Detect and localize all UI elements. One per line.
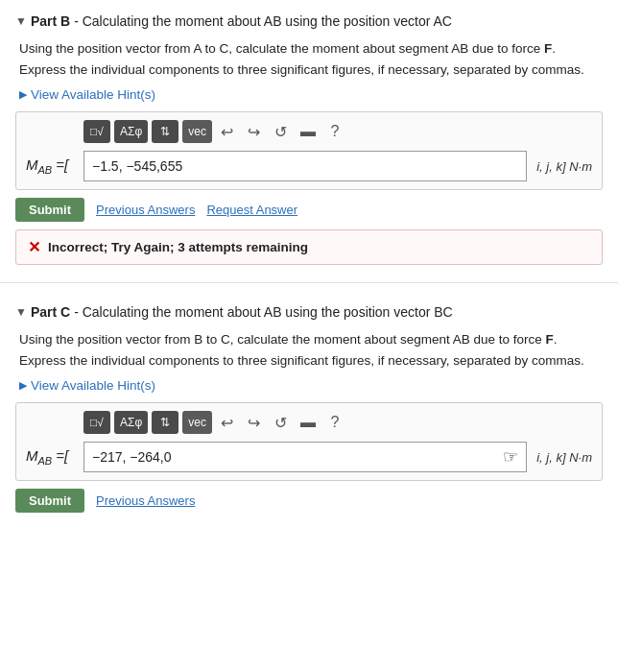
help-button-c[interactable]: ? — [323, 411, 346, 434]
undo-icon-c: ↩ — [221, 414, 233, 432]
part-b-hint-link[interactable]: ▶ View Available Hint(s) — [15, 87, 603, 102]
aze-label-b: AΣφ — [120, 125, 142, 138]
part-b-toggle[interactable]: ▼ — [15, 14, 27, 28]
part-c-line2: Express the individual components to thr… — [19, 353, 584, 368]
help-icon-b: ? — [330, 123, 339, 140]
sqrt-icon-b: □√ — [90, 125, 104, 138]
part-c-body: Using the position vector from B to C, c… — [15, 329, 603, 371]
page: ▼ Part B - Calculating the moment about … — [0, 0, 618, 672]
part-c-section: ▼ Part C - Calculating the moment about … — [0, 291, 618, 522]
redo-button-c[interactable]: ↪ — [243, 411, 266, 434]
redo-icon-b: ↪ — [248, 123, 260, 141]
part-b-error-msg: Incorrect; Try Again; 3 attempts remaini… — [48, 240, 308, 254]
part-c-description: - Calculating the moment about AB using … — [74, 304, 453, 320]
part-b-label: Part B — [31, 13, 70, 29]
part-c-force-label: F — [546, 332, 554, 347]
part-c-input-box: □√ AΣφ ⇅ vec ↩ ↪ ↺ — [15, 402, 603, 481]
part-b-line2: Express the individual components to thr… — [19, 62, 584, 77]
part-c-toolbar: □√ AΣφ ⇅ vec ↩ ↪ ↺ — [26, 411, 592, 434]
part-b-header: ▼ Part B - Calculating the moment about … — [15, 13, 603, 29]
part-b-math-value: −1.5, −545,655 — [92, 158, 518, 174]
refresh-icon-c: ↺ — [274, 414, 287, 432]
part-c-math-label: MAB =[ — [26, 447, 83, 467]
part-c-hint-label: View Available Hint(s) — [31, 378, 155, 393]
hand-pointer-icon: ☞ — [503, 446, 518, 468]
part-b-toolbar: □√ AΣφ ⇅ vec ↩ ↪ ↺ — [26, 120, 592, 143]
part-b-hint-label: View Available Hint(s) — [31, 87, 155, 102]
part-b-math-sub: AB — [38, 164, 53, 176]
part-b-actions: Submit Previous Answers Request Answer — [15, 198, 603, 222]
updown-button-c[interactable]: ⇅ — [152, 411, 178, 434]
section-divider — [0, 282, 618, 283]
updown-icon-c: ⇅ — [160, 416, 170, 429]
part-c-submit-button[interactable]: Submit — [15, 489, 84, 513]
undo-button-c[interactable]: ↩ — [216, 411, 239, 434]
part-c-units: i, j, k] N·m — [536, 450, 592, 465]
part-b-math-label: MAB =[ — [26, 156, 83, 176]
part-c-line1: Using the position vector from B to C, c… — [19, 332, 546, 347]
part-c-header: ▼ Part C - Calculating the moment about … — [15, 304, 603, 320]
redo-icon-c: ↪ — [248, 414, 260, 432]
part-c-math-row: MAB =[ −217, −264,0 ☞ i, j, k] N·m — [26, 442, 592, 472]
updown-icon-b: ⇅ — [160, 125, 170, 138]
refresh-button-b[interactable]: ↺ — [270, 120, 293, 143]
part-b-submit-button[interactable]: Submit — [15, 198, 84, 222]
sqrt-button-b[interactable]: □√ — [83, 120, 110, 143]
refresh-icon-b: ↺ — [274, 123, 287, 141]
vec-label-c: vec — [188, 416, 206, 429]
undo-button-b[interactable]: ↩ — [216, 120, 239, 143]
keyboard-icon-c: ▬ — [300, 414, 316, 431]
part-c-toggle[interactable]: ▼ — [15, 305, 27, 319]
aze-button-c[interactable]: AΣφ — [114, 411, 148, 434]
error-x-icon: ✕ — [28, 238, 40, 256]
refresh-button-c[interactable]: ↺ — [270, 411, 293, 434]
redo-button-b[interactable]: ↪ — [243, 120, 266, 143]
keyboard-button-b[interactable]: ▬ — [297, 120, 320, 143]
vec-button-c[interactable]: vec — [182, 411, 212, 434]
vec-label-b: vec — [188, 125, 206, 138]
keyboard-button-c[interactable]: ▬ — [297, 411, 320, 434]
updown-button-b[interactable]: ⇅ — [152, 120, 178, 143]
part-c-math-sub: AB — [38, 455, 53, 467]
part-b-body: Using the position vector from A to C, c… — [15, 38, 603, 80]
help-icon-c: ? — [330, 414, 339, 431]
part-c-input-field[interactable]: −217, −264,0 ☞ — [83, 442, 527, 472]
vec-button-b[interactable]: vec — [182, 120, 212, 143]
part-b-math-row: MAB =[ −1.5, −545,655 i, j, k] N·m — [26, 151, 592, 181]
sqrt-icon-c: □√ — [90, 416, 104, 429]
part-b-prev-answers-link[interactable]: Previous Answers — [96, 203, 195, 217]
help-button-b[interactable]: ? — [323, 120, 346, 143]
aze-button-b[interactable]: AΣφ — [114, 120, 148, 143]
part-c-prev-answers-link[interactable]: Previous Answers — [96, 493, 195, 508]
sqrt-button-c[interactable]: □√ — [83, 411, 110, 434]
part-c-label: Part C — [31, 304, 70, 320]
part-b-input-field[interactable]: −1.5, −545,655 — [83, 151, 527, 181]
part-c-actions: Submit Previous Answers — [15, 489, 603, 513]
part-b-line1: Using the position vector from A to C, c… — [19, 41, 544, 56]
part-b-error-box: ✕ Incorrect; Try Again; 3 attempts remai… — [15, 229, 603, 265]
aze-label-c: AΣφ — [120, 416, 142, 429]
undo-icon-b: ↩ — [221, 123, 233, 141]
keyboard-icon-b: ▬ — [300, 123, 316, 140]
hint-c-triangle-icon: ▶ — [19, 379, 27, 392]
part-b-request-answer-link[interactable]: Request Answer — [206, 203, 297, 217]
part-c-hint-link[interactable]: ▶ View Available Hint(s) — [15, 378, 603, 393]
part-b-input-box: □√ AΣφ ⇅ vec ↩ ↪ ↺ — [15, 111, 603, 190]
part-c-math-value: −217, −264,0 — [92, 449, 495, 465]
part-b-section: ▼ Part B - Calculating the moment about … — [0, 0, 618, 275]
hint-triangle-icon: ▶ — [19, 88, 27, 101]
part-b-units: i, j, k] N·m — [536, 159, 592, 174]
part-b-description: - Calculating the moment about AB using … — [74, 13, 452, 29]
